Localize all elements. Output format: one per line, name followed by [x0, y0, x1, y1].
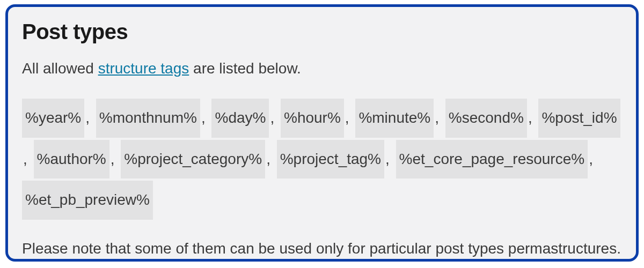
- intro-text: All allowed structure tags are listed be…: [22, 59, 622, 78]
- tag-separator: ,: [435, 109, 439, 126]
- tag-separator: ,: [270, 109, 274, 126]
- structure-tag[interactable]: %author%: [34, 140, 109, 178]
- structure-tag[interactable]: %et_core_page_resource%: [396, 140, 588, 178]
- tag-separator: ,: [111, 151, 115, 167]
- structure-tag[interactable]: %post_id%: [538, 99, 620, 137]
- tag-separator: ,: [589, 151, 593, 167]
- structure-tag[interactable]: %year%: [22, 99, 84, 137]
- structure-tags-link[interactable]: structure tags: [98, 60, 189, 77]
- panel-heading: Post types: [22, 20, 622, 44]
- structure-tag[interactable]: %hour%: [281, 99, 344, 137]
- intro-suffix: are listed below.: [189, 60, 301, 77]
- tag-separator: ,: [85, 109, 90, 126]
- structure-tag[interactable]: %project_tag%: [277, 140, 384, 178]
- structure-tag[interactable]: %second%: [445, 99, 527, 137]
- structure-tag[interactable]: %project_category%: [121, 140, 265, 178]
- structure-tag[interactable]: %day%: [211, 99, 269, 137]
- note-text: Please note that some of them can be use…: [22, 239, 622, 258]
- tag-separator: ,: [266, 151, 270, 167]
- post-types-panel: Post types All allowed structure tags ar…: [5, 4, 639, 262]
- tag-separator: ,: [385, 151, 390, 167]
- structure-tag[interactable]: %minute%: [355, 99, 434, 137]
- tag-separator: ,: [201, 109, 206, 126]
- structure-tags-list: %year%, %monthnum%, %day%, %hour%, %minu…: [22, 98, 622, 220]
- tag-separator: ,: [345, 109, 349, 126]
- structure-tag[interactable]: %monthnum%: [96, 99, 200, 137]
- intro-prefix: All allowed: [22, 60, 98, 77]
- tag-separator: ,: [528, 109, 532, 126]
- structure-tag[interactable]: %et_pb_preview%: [22, 181, 153, 219]
- tag-separator: ,: [23, 151, 27, 167]
